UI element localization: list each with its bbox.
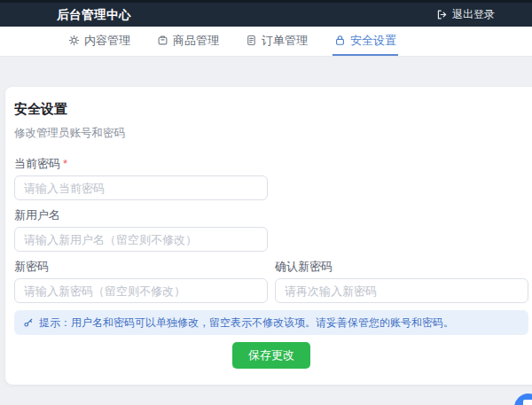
lock-icon (334, 35, 346, 46)
security-settings-card: 安全设置 修改管理员账号和密码 当前密码* 新用户名 新密码 确认新密码 (5, 87, 532, 385)
new-username-label: 新用户名 (14, 207, 268, 223)
button-row: 保存更改 (14, 342, 528, 369)
top-bar: 后台管理中心 退出登录 (0, 0, 532, 27)
required-mark: * (63, 157, 67, 170)
tip-banner: 提示：用户名和密码可以单独修改，留空表示不修改该项。请妥善保管您的账号和密码。 (14, 310, 528, 335)
new-username-input[interactable] (14, 227, 268, 252)
gear-icon (68, 35, 80, 46)
box-icon (157, 35, 168, 46)
logout-icon (436, 9, 448, 20)
current-password-field: 当前密码* (14, 156, 268, 200)
confirm-password-label: 确认新密码 (275, 259, 528, 275)
nav-bar: 内容管理 商品管理 订单管理 安全设置 (0, 27, 532, 57)
key-icon (23, 317, 34, 328)
new-username-field: 新用户名 (14, 207, 268, 252)
tab-security-settings[interactable]: 安全设置 (332, 27, 398, 56)
page-title: 安全设置 (14, 101, 528, 118)
chat-icon (523, 400, 532, 405)
new-password-field: 新密码 (14, 259, 268, 303)
new-password-input[interactable] (14, 278, 268, 303)
tab-product-management[interactable]: 商品管理 (155, 27, 221, 56)
tab-label: 商品管理 (173, 33, 219, 49)
confirm-password-field: 确认新密码 (275, 259, 528, 303)
chat-widget-button[interactable] (514, 393, 532, 405)
save-button[interactable]: 保存更改 (232, 342, 310, 369)
tab-label: 订单管理 (262, 33, 308, 49)
current-password-input[interactable] (14, 175, 268, 200)
logout-button[interactable]: 退出登录 (436, 7, 495, 22)
tab-label: 安全设置 (350, 33, 396, 49)
current-password-label: 当前密码* (14, 156, 268, 172)
logout-label: 退出登录 (452, 7, 495, 22)
document-icon (246, 35, 257, 46)
tab-order-management[interactable]: 订单管理 (244, 27, 309, 56)
security-form: 当前密码* 新用户名 新密码 确认新密码 (14, 156, 528, 303)
new-password-label: 新密码 (14, 259, 268, 275)
tab-label: 内容管理 (84, 33, 130, 49)
tip-text: 提示：用户名和密码可以单独修改，留空表示不修改该项。请妥善保管您的账号和密码。 (39, 315, 454, 331)
app-title: 后台管理中心 (57, 7, 131, 23)
tab-content-management[interactable]: 内容管理 (66, 27, 132, 56)
page-subtitle: 修改管理员账号和密码 (14, 126, 528, 141)
confirm-password-input[interactable] (275, 278, 528, 303)
